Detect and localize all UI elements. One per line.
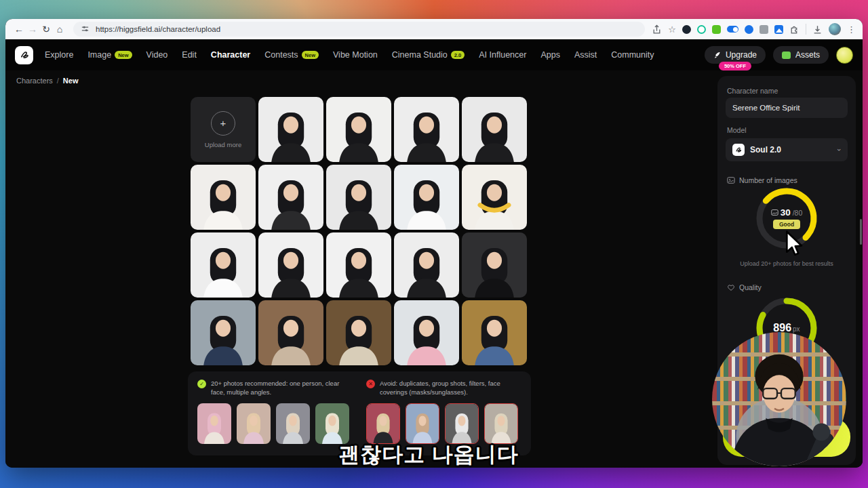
photo-grid: + Upload more bbox=[191, 97, 527, 365]
photo-tile[interactable] bbox=[191, 300, 256, 365]
nav-badge: 2.0 bbox=[451, 51, 465, 59]
nav-badge: New bbox=[302, 51, 319, 59]
higgsfield-logo-icon[interactable] bbox=[15, 46, 33, 64]
home-button[interactable]: ⌂ bbox=[53, 19, 66, 39]
photo-tile[interactable] bbox=[394, 97, 459, 162]
heart-icon bbox=[727, 283, 735, 291]
photo-tile[interactable] bbox=[191, 232, 256, 298]
number-of-images-label: Number of images bbox=[739, 176, 797, 184]
good-example-thumb bbox=[237, 403, 271, 444]
discount-badge: 50% OFF bbox=[719, 62, 751, 70]
photo-tile[interactable] bbox=[326, 165, 391, 230]
browser-profile-avatar[interactable] bbox=[829, 23, 841, 35]
model-value: Soul 2.0 bbox=[750, 145, 833, 155]
page-content: Characters/New + Upload more ✓ 20+ photo… bbox=[5, 70, 863, 468]
photo-tile[interactable] bbox=[394, 300, 459, 365]
assets-icon bbox=[782, 52, 791, 59]
soul-model-icon bbox=[732, 144, 745, 156]
upload-more-tile[interactable]: + Upload more bbox=[191, 97, 256, 162]
scrollbar-thumb[interactable] bbox=[860, 219, 862, 245]
upload-hint: Upload 20+ photos for best results bbox=[717, 260, 856, 267]
nav-item-cinema-studio[interactable]: Cinema Studio2.0 bbox=[392, 50, 465, 60]
forward-button[interactable]: → bbox=[26, 19, 39, 39]
nav-item-image[interactable]: ImageNew bbox=[87, 50, 132, 60]
account-avatar[interactable] bbox=[836, 47, 853, 64]
photo-tile[interactable] bbox=[394, 232, 459, 298]
image-count-value: 30 bbox=[781, 207, 791, 218]
character-name-input[interactable] bbox=[726, 98, 848, 118]
shield-icon[interactable] bbox=[682, 25, 691, 34]
toggle-icon[interactable] bbox=[727, 26, 738, 33]
site-settings-icon[interactable] bbox=[81, 24, 91, 35]
address-bar[interactable]: https://higgsfield.ai/character/upload bbox=[73, 22, 645, 37]
assets-button[interactable]: Assets bbox=[773, 46, 829, 64]
upgrade-label: Upgrade bbox=[726, 50, 757, 60]
upload-more-label: Upload more bbox=[205, 141, 241, 148]
reload-button[interactable]: ↻ bbox=[39, 19, 53, 39]
breadcrumb: Characters/New bbox=[16, 77, 78, 85]
photo-tile[interactable] bbox=[326, 97, 391, 162]
photo-tile[interactable] bbox=[258, 97, 323, 162]
nav-item-edit[interactable]: Edit bbox=[182, 50, 197, 60]
webcam-overlay bbox=[712, 332, 846, 466]
url-text: https://higgsfield.ai/character/upload bbox=[96, 25, 220, 33]
nav-item-assist[interactable]: Assist bbox=[574, 50, 597, 60]
good-examples-section: ✓ 20+ photos recommended: one person, cl… bbox=[197, 379, 353, 448]
breadcrumb-separator: / bbox=[57, 77, 59, 85]
extension-icons bbox=[682, 25, 783, 34]
cross-icon: ✕ bbox=[366, 380, 375, 388]
downloads-icon[interactable] bbox=[812, 24, 823, 35]
browser-menu-icon[interactable]: ⋮ bbox=[847, 24, 856, 35]
bookmark-star-icon[interactable]: ☆ bbox=[668, 24, 676, 35]
photo-tile[interactable] bbox=[326, 300, 391, 365]
photo-tile[interactable] bbox=[394, 165, 459, 230]
good-examples-text: 20+ photos recommended: one person, clea… bbox=[211, 379, 353, 397]
assets-label: Assets bbox=[795, 50, 820, 60]
share-icon[interactable] bbox=[652, 24, 662, 35]
photo-tile[interactable] bbox=[258, 300, 323, 365]
avoid-example-thumb bbox=[484, 403, 518, 444]
nav-item-ai-influencer[interactable]: AI Influencer bbox=[479, 50, 526, 60]
quality-label: Quality bbox=[739, 283, 762, 291]
quality-unit: px bbox=[793, 325, 800, 333]
browser-window: ← → ↻ ⌂ https://higgsfield.ai/character/… bbox=[5, 19, 863, 468]
photos-icon[interactable] bbox=[774, 25, 783, 34]
number-of-images-row: Number of images bbox=[727, 176, 797, 184]
rocket-icon bbox=[713, 51, 721, 59]
photo-tile[interactable] bbox=[191, 165, 256, 230]
browser-toolbar: ← → ↻ ⌂ https://higgsfield.ai/character/… bbox=[5, 19, 863, 39]
mouse-cursor bbox=[783, 230, 806, 260]
nav-item-explore[interactable]: Explore bbox=[45, 50, 73, 60]
photo-tile[interactable] bbox=[462, 232, 527, 298]
camera-icon[interactable] bbox=[760, 25, 768, 34]
nav-item-video[interactable]: Video bbox=[146, 50, 168, 60]
good-example-thumb bbox=[197, 403, 231, 444]
nav-item-community[interactable]: Community bbox=[611, 50, 654, 60]
model-label: Model bbox=[727, 126, 747, 134]
back-button[interactable]: ← bbox=[12, 19, 26, 39]
photo-tile[interactable] bbox=[258, 165, 323, 230]
site-header: ExploreImageNewVideoEditCharacterContest… bbox=[5, 39, 863, 70]
breadcrumb-root[interactable]: Characters bbox=[16, 77, 53, 85]
header-actions: Upgrade 50% OFF Assets bbox=[705, 46, 853, 64]
nav-item-contests[interactable]: ContestsNew bbox=[264, 50, 319, 60]
green-ext-icon[interactable] bbox=[712, 25, 721, 34]
photo-tile[interactable] bbox=[462, 300, 527, 365]
toolbar-divider bbox=[806, 24, 806, 35]
avoid-examples-text: Avoid: duplicates, group shots, filters,… bbox=[380, 379, 521, 397]
photo-tile[interactable] bbox=[462, 165, 527, 230]
model-select[interactable]: Soul 2.0 › bbox=[726, 138, 848, 161]
toolbar-actions: ☆ ⋮ bbox=[652, 23, 856, 35]
photo-tile[interactable] bbox=[462, 97, 527, 162]
avoid-examples-section: ✕ Avoid: duplicates, group shots, filter… bbox=[366, 379, 521, 448]
nav-item-vibe-motion[interactable]: Vibe Motion bbox=[333, 50, 378, 60]
grammarly-icon[interactable] bbox=[697, 25, 706, 34]
photo-tile[interactable] bbox=[258, 232, 323, 298]
video-subtitle: 괜찮다고 나옵니다 bbox=[338, 441, 519, 468]
photo-tile[interactable] bbox=[326, 232, 391, 298]
nav-item-character[interactable]: Character bbox=[211, 50, 250, 60]
puzzle-icon[interactable] bbox=[789, 24, 800, 35]
nav-badge: New bbox=[115, 51, 132, 59]
blue-circle-icon[interactable] bbox=[745, 25, 753, 34]
nav-item-apps[interactable]: Apps bbox=[540, 50, 560, 60]
